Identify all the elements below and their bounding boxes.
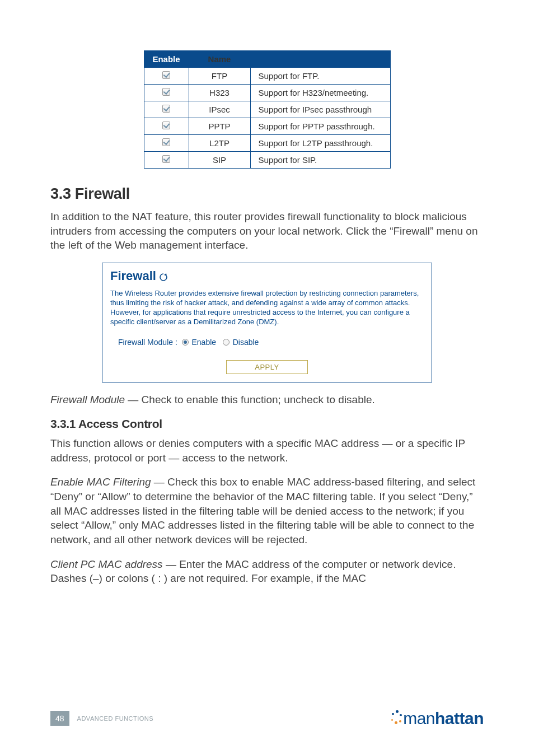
brand-text-pre: man xyxy=(403,709,435,727)
checkbox-h323[interactable] xyxy=(162,88,170,96)
apply-button[interactable]: APPLY xyxy=(226,360,307,374)
checkbox-ftp[interactable] xyxy=(162,71,170,79)
th-name: Name xyxy=(189,51,250,68)
panel-title-text: Firewall xyxy=(110,269,156,283)
cell-desc: Support for IPsec passthrough xyxy=(250,101,390,118)
brand-text-post: hattan xyxy=(435,709,484,727)
cell-name: H323 xyxy=(189,85,250,101)
subsection-intro: This function allows or denies computers… xyxy=(50,436,484,465)
checkbox-l2tp[interactable] xyxy=(162,138,170,146)
alg-settings-table: Enable Name FTP Support for FTP. H323 Su… xyxy=(144,50,391,169)
page-footer: 48 ADVANCED FUNCTIONS manhattan xyxy=(50,709,484,728)
firewall-module-setting: Firewall Module : Enable Disable xyxy=(118,338,424,347)
checkbox-ipsec[interactable] xyxy=(162,105,170,113)
subsection-heading-access-control: 3.3.1 Access Control xyxy=(50,417,484,431)
table-row: SIP Support for SIP. xyxy=(144,152,390,169)
panel-title: Firewall xyxy=(110,269,424,283)
th-enable: Enable xyxy=(144,51,189,68)
note-label: Firewall Module xyxy=(50,394,125,405)
section-intro: In addition to the NAT feature, this rou… xyxy=(50,209,484,253)
brand-dots-icon xyxy=(391,709,403,726)
footer-section-name: ADVANCED FUNCTIONS xyxy=(77,715,154,722)
cell-desc: Support for SIP. xyxy=(250,152,390,169)
brand-logo: manhattan xyxy=(391,709,484,728)
client-pc-paragraph: Client PC MAC address — Enter the MAC ad… xyxy=(50,557,484,586)
enable-mac-label: Enable MAC Filtering xyxy=(50,476,151,488)
cell-desc: Support for PPTP passthrough. xyxy=(250,118,390,135)
th-desc xyxy=(250,51,390,68)
option-disable-label: Disable xyxy=(233,338,259,347)
checkbox-sip[interactable] xyxy=(162,155,170,163)
enable-mac-paragraph: Enable MAC Filtering — Check this box to… xyxy=(50,475,484,547)
table-row: FTP Support for FTP. xyxy=(144,68,390,85)
cell-desc: Support for FTP. xyxy=(250,68,390,85)
radio-enable[interactable] xyxy=(182,339,189,346)
cell-name: L2TP xyxy=(189,135,250,152)
cell-desc: Support for H323/netmeeting. xyxy=(250,85,390,101)
page-number: 48 xyxy=(50,711,69,726)
cell-name: FTP xyxy=(189,68,250,85)
cell-desc: Support for L2TP passthrough. xyxy=(250,135,390,152)
section-heading-firewall: 3.3 Firewall xyxy=(50,185,484,203)
checkbox-pptp[interactable] xyxy=(162,122,170,129)
firewall-panel: Firewall The Wireless Router provides ex… xyxy=(102,263,432,383)
setting-label: Firewall Module : xyxy=(118,338,177,347)
note-text: — Check to enable this function; uncheck… xyxy=(125,394,375,405)
firewall-module-note: Firewall Module — Check to enable this f… xyxy=(50,393,484,407)
radio-disable[interactable] xyxy=(223,339,229,346)
table-row: PPTP Support for PPTP passthrough. xyxy=(144,118,390,135)
client-pc-label: Client PC MAC address xyxy=(50,558,163,570)
refresh-icon xyxy=(158,271,168,281)
cell-name: SIP xyxy=(189,152,250,169)
panel-description: The Wireless Router provides extensive f… xyxy=(110,289,424,327)
table-row: H323 Support for H323/netmeeting. xyxy=(144,85,390,101)
table-row: L2TP Support for L2TP passthrough. xyxy=(144,135,390,152)
option-enable-label: Enable xyxy=(192,338,217,347)
table-row: IPsec Support for IPsec passthrough xyxy=(144,101,390,118)
cell-name: IPsec xyxy=(189,101,250,118)
cell-name: PPTP xyxy=(189,118,250,135)
